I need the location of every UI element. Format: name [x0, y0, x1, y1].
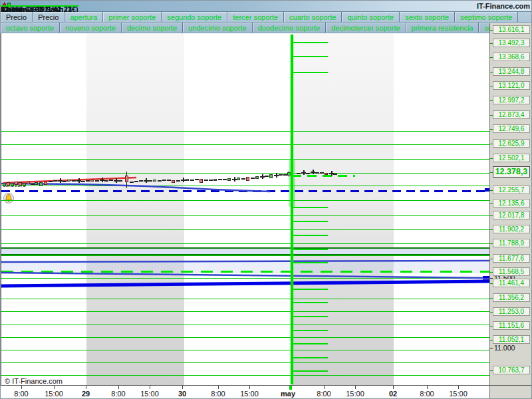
- tab-tercer-soporte[interactable]: tercer soporte: [227, 12, 284, 22]
- tab-primer-soporte[interactable]: primer soporte: [103, 12, 162, 22]
- time-tick: [182, 386, 183, 389]
- time-tick: [324, 386, 325, 389]
- tab-quinto-soporte[interactable]: quinto soporte: [342, 12, 400, 22]
- price-level-label: 11.461,4: [493, 279, 530, 287]
- plus-mark-candle: [232, 177, 237, 182]
- spike-axis-mark: [289, 386, 292, 390]
- price-level-label: 13.492,3: [493, 39, 530, 47]
- candle-up: [67, 180, 70, 182]
- alert-bell-icon[interactable]: [3, 193, 15, 206]
- doji-dash-candle: [306, 173, 310, 174]
- channel-band: [1, 247, 489, 255]
- tab-noveno-soporte[interactable]: noveno soporte: [60, 23, 122, 33]
- tab-decimo-soporte[interactable]: decimo soporte: [122, 23, 183, 33]
- plus-mark-candle: [114, 178, 118, 183]
- tab-sexto-soporte[interactable]: sexto soporte: [400, 12, 455, 22]
- blue-line-endpoint-mark: [483, 279, 489, 282]
- support-line: [1, 362, 489, 363]
- doji-dash-candle: [162, 180, 166, 181]
- title-bar: Alemania 30 Cash (1€) 1 hora 12.392,6 (+…: [1, 1, 532, 12]
- candle-down: [125, 176, 128, 182]
- doji-dash-candle: [190, 180, 194, 181]
- session-level-segment: [292, 275, 328, 277]
- tab-decimotercer-soporte[interactable]: decimotercer soporte: [326, 23, 406, 33]
- price-level-label: 11.356,2: [493, 293, 530, 302]
- candle-up: [186, 179, 189, 181]
- plus-mark-candle: [181, 178, 186, 182]
- tab-segundo-soporte[interactable]: segundo soporte: [162, 12, 227, 22]
- chart-canvas[interactable]: 12.392,6 © IT-Finance.com: [1, 33, 489, 385]
- blue-line-endpoint-mark: [483, 276, 489, 279]
- last-update-datetime: 01-may-2019 9:42:23: [1, 5, 72, 7]
- session-level-segment: [292, 343, 328, 344]
- doji-dash-candle: [265, 176, 269, 177]
- time-label-15-00: 15:00: [240, 390, 259, 398]
- support-line: [1, 311, 489, 312]
- tab-apertura[interactable]: apertura: [65, 12, 103, 22]
- plus-mark-candle: [274, 173, 279, 178]
- doji-dash-candle: [223, 179, 227, 180]
- time-label-02: 02: [389, 390, 397, 398]
- tab-octavo-soporte[interactable]: octavo soporte: [1, 23, 60, 33]
- current-price-label: 12.378,3: [493, 166, 530, 178]
- price-level-label: 12.017,8: [493, 211, 530, 219]
- time-tick: [427, 386, 428, 389]
- candle-up: [39, 182, 43, 186]
- session-level-segment: [292, 289, 328, 290]
- candle-up: [255, 176, 259, 179]
- tab-primera-resistencia[interactable]: primera resistencia: [406, 23, 479, 33]
- support-line: [1, 131, 489, 132]
- time-tick: [86, 386, 86, 389]
- price-level-label: 13.244,8: [493, 67, 530, 76]
- dashed-blue-level-line: [1, 190, 489, 192]
- price-spike-line: [291, 35, 293, 384]
- session-shading-band: [86, 33, 184, 385]
- blue-thick-line: [1, 281, 489, 286]
- support-line: [1, 229, 489, 230]
- tab-duodecimo-soporte[interactable]: duodecimo soporte: [253, 23, 327, 33]
- doji-dash-candle: [148, 180, 152, 182]
- blue-line-endpoint-mark: [485, 188, 489, 192]
- indicator-tab-row-2: octavo soportenoveno soportedecimo sopor…: [1, 23, 532, 33]
- dashed-green-level-line: [1, 271, 489, 273]
- candle-up: [153, 180, 156, 182]
- time-label-15-00: 15:00: [140, 390, 159, 398]
- support-line: [1, 255, 489, 256]
- price-level-label: 12.997,2: [493, 96, 530, 104]
- candle-up: [227, 178, 231, 181]
- support-line: [1, 243, 489, 244]
- plus-mark-candle: [58, 178, 63, 183]
- tab-Precio[interactable]: Precio: [1, 12, 33, 22]
- time-tick: [249, 386, 250, 389]
- tab-septimo-soporte[interactable]: septimo soporte: [455, 12, 518, 22]
- doji-dash-candle: [218, 179, 222, 180]
- tab-undecimo-soporte[interactable]: undecimo soporte: [183, 23, 252, 33]
- candle-up: [3, 183, 6, 186]
- candle-up: [213, 179, 217, 181]
- support-line: [1, 200, 489, 201]
- support-line: [1, 215, 489, 216]
- doji-dash-candle: [167, 180, 171, 181]
- time-axis[interactable]: 8:0015:00298:0015:00308:0015:00may8:0015…: [1, 385, 532, 399]
- candle-down: [172, 180, 175, 183]
- tab-cuarto-soporte[interactable]: cuarto soporte: [284, 12, 342, 22]
- session-level-segment: [292, 56, 328, 57]
- plus-mark-candle: [100, 178, 104, 182]
- session-level-segment: [292, 249, 328, 250]
- session-shading-band: [292, 33, 394, 385]
- time-label-15-00: 15:00: [346, 390, 364, 398]
- time-label-15-00: 15:00: [449, 390, 467, 398]
- candle-down: [246, 177, 249, 181]
- candle-up: [237, 178, 240, 180]
- time-label-8-00: 8:00: [317, 390, 331, 398]
- price-level-label: 13.368,6: [493, 53, 530, 61]
- doji-dash-candle: [279, 174, 283, 176]
- price-axis[interactable]: 11.50011.00013.616,113.492,313.368,613.2…: [489, 23, 532, 385]
- candle-up: [35, 182, 38, 185]
- support-line: [1, 159, 489, 160]
- session-level-segment: [292, 235, 328, 236]
- time-label-15-00: 15:00: [45, 390, 63, 398]
- tab-Precio[interactable]: Precio: [33, 12, 65, 22]
- price-level-label: 12.135,6: [493, 199, 530, 207]
- time-label-8-00: 8:00: [211, 390, 225, 398]
